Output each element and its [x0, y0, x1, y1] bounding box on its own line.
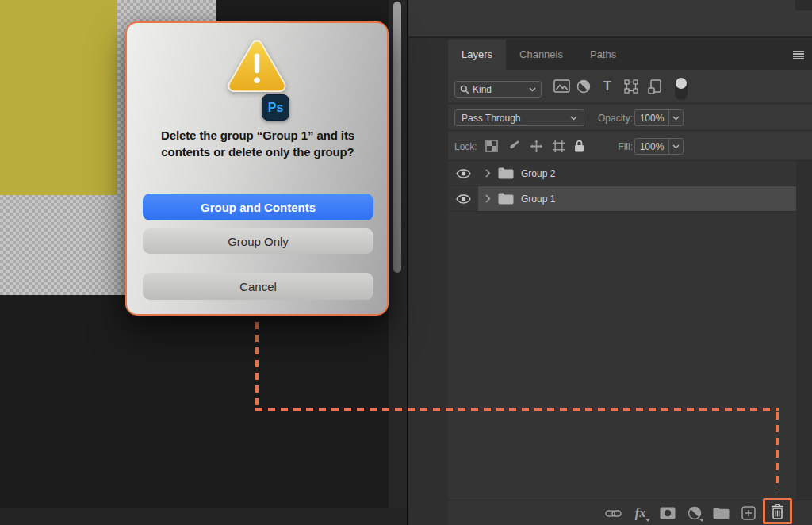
- filter-smart-objects-icon[interactable]: [648, 79, 665, 94]
- layers-list-scroll-gutter: [796, 161, 812, 500]
- lock-label: Lock:: [454, 141, 477, 152]
- layer-style-fx-icon[interactable]: fx: [632, 504, 649, 522]
- fill-label: Fill:: [599, 141, 633, 152]
- trash-annotation-box: [763, 498, 792, 524]
- group-folder-icon: [498, 167, 514, 179]
- tab-layers[interactable]: Layers: [448, 40, 506, 70]
- lock-artboard-icon[interactable]: [552, 140, 565, 153]
- new-layer-icon[interactable]: [740, 504, 756, 522]
- warning-icon: Ps: [127, 39, 387, 94]
- tab-channels[interactable]: Channels: [506, 40, 576, 70]
- lock-all-icon[interactable]: [573, 140, 587, 153]
- filter-kind-select[interactable]: Kind: [454, 81, 542, 98]
- filter-adjustment-layers-icon[interactable]: [576, 79, 593, 94]
- visibility-eye-icon[interactable]: [448, 161, 478, 186]
- tab-paths[interactable]: Paths: [576, 40, 630, 70]
- lock-transparency-icon[interactable]: [485, 140, 499, 153]
- panel-flyout-menu-icon[interactable]: [793, 51, 804, 59]
- blend-mode-row: Pass Through Opacity: 100%: [448, 104, 812, 131]
- fill-value: 100%: [635, 141, 668, 152]
- filter-type-layers-icon[interactable]: T: [601, 79, 618, 94]
- add-layer-mask-icon[interactable]: [659, 504, 676, 522]
- filter-toggle-knob: [676, 78, 687, 89]
- blend-mode-select[interactable]: Pass Through: [454, 109, 584, 126]
- layer-filter-row: Kind T: [448, 70, 812, 104]
- chevron-down-icon[interactable]: [669, 144, 683, 149]
- fill-input[interactable]: 100%: [634, 138, 684, 155]
- cancel-button[interactable]: Cancel: [143, 273, 373, 300]
- chevron-down-icon: [529, 87, 536, 92]
- group-and-contents-button[interactable]: Group and Contents: [143, 194, 373, 220]
- yellow-layer-artwork: [0, 0, 117, 195]
- layer-name: Group 1: [521, 194, 555, 205]
- delete-layer-trash-icon[interactable]: [765, 500, 790, 522]
- svg-text:T: T: [603, 79, 611, 93]
- annotation-connector-vertical-2: [776, 412, 779, 489]
- group-folder-icon: [498, 193, 514, 205]
- canvas-horizontal-scroll-track: [0, 508, 407, 525]
- panel-tab-bar: Layers Channels Paths: [448, 40, 812, 70]
- blend-mode-value: Pass Through: [462, 113, 521, 124]
- canvas-vertical-scrollbar[interactable]: [393, 2, 401, 273]
- dialog-message: Delete the group “Group 1” and its conte…: [139, 127, 377, 161]
- expand-chevron-icon[interactable]: [485, 169, 491, 178]
- lock-paint-icon[interactable]: [508, 140, 521, 153]
- layers-list: Group 2 Group 1: [448, 161, 812, 500]
- filter-pixel-layers-icon[interactable]: [553, 79, 570, 94]
- layer-row-group-2[interactable]: Group 2: [448, 161, 812, 186]
- layers-panel: Layers Channels Paths Kind: [448, 40, 812, 525]
- search-icon: [460, 85, 469, 94]
- annotation-connector-horizontal: [255, 408, 779, 411]
- filter-kind-label: Kind: [473, 84, 492, 95]
- upper-panel-corner: [795, 0, 812, 10]
- panel-dock: Layers Channels Paths Kind: [408, 0, 812, 525]
- filter-toggle-switch[interactable]: [675, 78, 688, 100]
- filter-shape-layers-icon[interactable]: [624, 79, 641, 94]
- opacity-value: 100%: [635, 113, 668, 124]
- lock-position-icon[interactable]: [530, 140, 543, 153]
- photoshop-app-badge: Ps: [262, 94, 289, 121]
- chevron-down-icon[interactable]: [669, 116, 683, 121]
- layer-name: Group 2: [521, 168, 555, 179]
- delete-group-dialog: Ps Delete the group “Group 1” and its co…: [125, 21, 389, 316]
- layers-bottom-toolbar: fx: [448, 500, 812, 525]
- lock-row: Lock: Fill: 100%: [448, 131, 812, 161]
- photoshop-window: Layers Channels Paths Kind: [0, 0, 812, 525]
- new-adjustment-layer-icon[interactable]: [686, 504, 703, 522]
- opacity-label: Opacity:: [567, 113, 633, 124]
- layer-row-group-1[interactable]: Group 1: [448, 186, 812, 212]
- link-layers-icon[interactable]: [605, 504, 622, 522]
- group-only-button[interactable]: Group Only: [143, 228, 373, 254]
- expand-chevron-icon[interactable]: [485, 194, 491, 203]
- upper-panel-strip: [408, 0, 812, 38]
- annotation-connector-vertical-1: [255, 322, 259, 411]
- visibility-eye-icon[interactable]: [448, 186, 478, 211]
- new-group-folder-icon[interactable]: [713, 504, 730, 522]
- opacity-input[interactable]: 100%: [634, 109, 684, 126]
